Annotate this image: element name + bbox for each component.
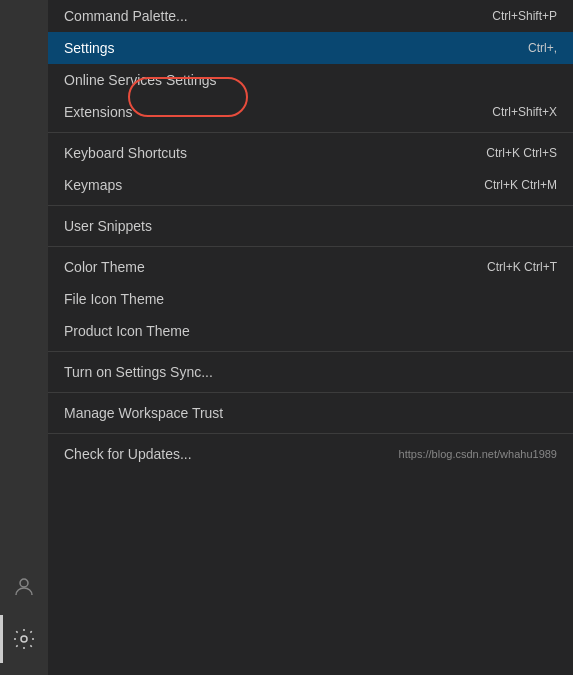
menu-item-product-icon-theme[interactable]: Product Icon Theme <box>48 315 573 347</box>
menu-item-label-product-icon-theme: Product Icon Theme <box>64 323 557 339</box>
menu-item-keyboard-shortcuts[interactable]: Keyboard ShortcutsCtrl+K Ctrl+S <box>48 137 573 169</box>
menu-separator-after-extensions <box>48 132 573 133</box>
menu-item-label-keymaps: Keymaps <box>64 177 452 193</box>
sidebar <box>0 0 48 675</box>
menu-item-label-file-icon-theme: File Icon Theme <box>64 291 557 307</box>
menu-separator-after-settings-sync <box>48 392 573 393</box>
menu-item-label-check-updates: Check for Updates... <box>64 446 367 462</box>
menu-item-color-theme[interactable]: Color ThemeCtrl+K Ctrl+T <box>48 251 573 283</box>
svg-point-1 <box>21 636 27 642</box>
menu-item-keymaps[interactable]: KeymapsCtrl+K Ctrl+M <box>48 169 573 201</box>
menu-item-label-workspace-trust: Manage Workspace Trust <box>64 405 557 421</box>
svg-point-0 <box>20 579 28 587</box>
menu-item-shortcut-check-updates: https://blog.csdn.net/whahu1989 <box>399 448 557 460</box>
menu-item-workspace-trust[interactable]: Manage Workspace Trust <box>48 397 573 429</box>
person-icon[interactable] <box>0 563 48 611</box>
menu-item-shortcut-settings: Ctrl+, <box>528 41 557 55</box>
menu-item-shortcut-extensions: Ctrl+Shift+X <box>492 105 557 119</box>
menu-item-shortcut-command-palette: Ctrl+Shift+P <box>492 9 557 23</box>
menu-item-file-icon-theme[interactable]: File Icon Theme <box>48 283 573 315</box>
menu-separator-after-product-icon-theme <box>48 351 573 352</box>
menu-item-shortcut-keyboard-shortcuts: Ctrl+K Ctrl+S <box>486 146 557 160</box>
menu-item-label-keyboard-shortcuts: Keyboard Shortcuts <box>64 145 454 161</box>
menu-item-label-extensions: Extensions <box>64 104 460 120</box>
menu-item-shortcut-keymaps: Ctrl+K Ctrl+M <box>484 178 557 192</box>
menu-item-user-snippets[interactable]: User Snippets <box>48 210 573 242</box>
menu-item-label-command-palette: Command Palette... <box>64 8 460 24</box>
menu-separator-after-keymaps <box>48 205 573 206</box>
menu-list: Command Palette...Ctrl+Shift+PSettingsCt… <box>48 0 573 470</box>
menu-item-label-user-snippets: User Snippets <box>64 218 557 234</box>
menu-item-command-palette[interactable]: Command Palette...Ctrl+Shift+P <box>48 0 573 32</box>
menu-item-online-services[interactable]: Online Services Settings <box>48 64 573 96</box>
menu-container: Command Palette...Ctrl+Shift+PSettingsCt… <box>48 0 573 675</box>
menu-item-settings[interactable]: SettingsCtrl+, <box>48 32 573 64</box>
menu-item-extensions[interactable]: ExtensionsCtrl+Shift+X <box>48 96 573 128</box>
menu-item-label-settings-sync: Turn on Settings Sync... <box>64 364 557 380</box>
menu-item-settings-sync[interactable]: Turn on Settings Sync... <box>48 356 573 388</box>
menu-separator-after-user-snippets <box>48 246 573 247</box>
menu-item-label-color-theme: Color Theme <box>64 259 455 275</box>
menu-separator-after-workspace-trust <box>48 433 573 434</box>
menu-item-check-updates[interactable]: Check for Updates...https://blog.csdn.ne… <box>48 438 573 470</box>
main-content: Command Palette...Ctrl+Shift+PSettingsCt… <box>48 0 573 675</box>
menu-item-label-online-services: Online Services Settings <box>64 72 557 88</box>
menu-item-label-settings: Settings <box>64 40 496 56</box>
menu-item-shortcut-color-theme: Ctrl+K Ctrl+T <box>487 260 557 274</box>
gear-icon[interactable] <box>0 615 48 663</box>
